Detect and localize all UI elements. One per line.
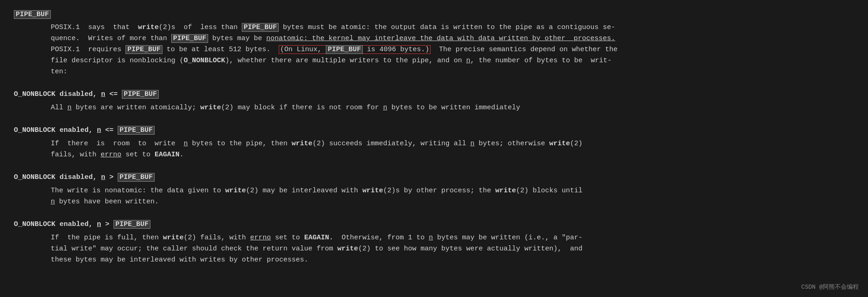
section-1: O_NONBLOCK disabled, n <= PIPE_BUF All n… xyxy=(14,89,854,113)
o-nonblock-s3: O_NONBLOCK xyxy=(14,173,55,181)
n-s1-body: n xyxy=(67,104,72,112)
linux-note-box: (On Linux, PIPE_BUF is 4096 bytes.) xyxy=(279,45,431,54)
eagain-s4: EAGAIN. xyxy=(304,234,333,242)
n-s1: n xyxy=(101,90,105,98)
section-2-body: If there is room to write n bytes to the… xyxy=(51,138,854,160)
pipe-buf-s2: PIPE_BUF xyxy=(118,126,155,135)
n-s3-body: n xyxy=(51,198,55,206)
section-4-line-2: tial write" may occur; the caller should… xyxy=(51,244,854,255)
intro-line-1: POSIX.1 says that write(2)s of less than… xyxy=(51,22,854,33)
section-3: O_NONBLOCK disabled, n > PIPE_BUF The wr… xyxy=(14,172,854,208)
page-title: PIPE_BUF xyxy=(14,9,854,20)
n-s3: n xyxy=(101,173,105,181)
o-nonblock-s2: O_NONBLOCK xyxy=(14,126,55,134)
section-2-line-2: fails, with errno set to EAGAIN. xyxy=(51,149,854,160)
n-ref-1: n xyxy=(466,57,470,65)
pipe-buf-title-badge: PIPE_BUF xyxy=(14,10,51,19)
n-s4-b1: n xyxy=(429,234,433,242)
intro-line-4: file descriptor is nonblocking (O_NONBLO… xyxy=(51,55,854,66)
intro-line-5: ten: xyxy=(51,66,854,77)
pipe-buf-s1: PIPE_BUF xyxy=(122,90,159,99)
o-nonblock-s4: O_NONBLOCK xyxy=(14,220,55,228)
section-3-line-1: The write is nonatomic: the data given t… xyxy=(51,185,854,196)
write2-ref-1: write xyxy=(138,24,159,31)
section-3-body: The write is nonatomic: the data given t… xyxy=(51,185,854,208)
o-nonblock-s1: O_NONBLOCK xyxy=(14,90,55,98)
section-4-line-3: these bytes may be interleaved with writ… xyxy=(51,255,854,266)
write2-s3-2: write xyxy=(362,187,383,195)
section-3-title: O_NONBLOCK disabled, n > PIPE_BUF xyxy=(14,172,854,183)
o-nonblock-ref-1: O_NONBLOCK xyxy=(184,57,225,65)
errno-s2: errno xyxy=(101,151,121,159)
n-s2-b1: n xyxy=(184,140,188,148)
pipe-buf-inline-2: PIPE_BUF xyxy=(171,34,208,43)
write2-s4-1: write xyxy=(163,234,184,242)
section-4-line-1: If the pipe is full, then write(2) fails… xyxy=(51,232,854,244)
intro-line-2: quence. Writes of more than PIPE_BUF byt… xyxy=(51,33,854,44)
main-content: PIPE_BUF POSIX.1 says that write(2)s of … xyxy=(14,9,854,266)
pipe-buf-s4: PIPE_BUF xyxy=(114,220,150,229)
write2-s2-1: write xyxy=(292,140,312,148)
intro-section: POSIX.1 says that write(2)s of less than… xyxy=(51,22,854,77)
nonatomic-underline: nonatomic: the kernel may interleave the… xyxy=(266,35,615,42)
section-4-title: O_NONBLOCK enabled, n > PIPE_BUF xyxy=(14,219,854,230)
section-2-line-1: If there is room to write n bytes to the… xyxy=(51,138,854,149)
section-4: O_NONBLOCK enabled, n > PIPE_BUF If the … xyxy=(14,219,854,266)
eagain-s2: EAGAIN xyxy=(155,151,180,159)
watermark: CSDN @阿熊不会编程 xyxy=(801,283,859,292)
errno-s4: errno xyxy=(250,234,271,242)
section-2: O_NONBLOCK enabled, n <= PIPE_BUF If the… xyxy=(14,125,854,160)
write2-s2-2: write xyxy=(549,140,570,148)
section-2-title: O_NONBLOCK enabled, n <= PIPE_BUF xyxy=(14,125,854,136)
pipe-buf-inline-1: PIPE_BUF xyxy=(242,23,279,32)
pipe-buf-inline-3: PIPE_BUF xyxy=(126,45,162,54)
pipe-buf-s3: PIPE_BUF xyxy=(118,173,155,182)
section-3-line-2: n bytes have been written. xyxy=(51,196,854,208)
write2-s3-1: write xyxy=(225,187,246,195)
pipe-buf-inline-4: PIPE_BUF xyxy=(326,45,363,54)
intro-line-3: POSIX.1 requires PIPE_BUF to be at least… xyxy=(51,44,854,55)
write2-s1: write xyxy=(200,104,221,112)
n-s2-b2: n xyxy=(470,140,474,148)
section-1-title: O_NONBLOCK disabled, n <= PIPE_BUF xyxy=(14,89,854,100)
write2-s4-2: write xyxy=(337,245,358,253)
n-s1-body-2: n xyxy=(383,104,387,112)
section-1-body: All n bytes are written atomically; writ… xyxy=(51,102,854,113)
section-4-body: If the pipe is full, then write(2) fails… xyxy=(51,232,854,266)
write2-s3-3: write xyxy=(495,187,516,195)
n-s2: n xyxy=(97,126,101,134)
n-s4: n xyxy=(97,220,101,228)
